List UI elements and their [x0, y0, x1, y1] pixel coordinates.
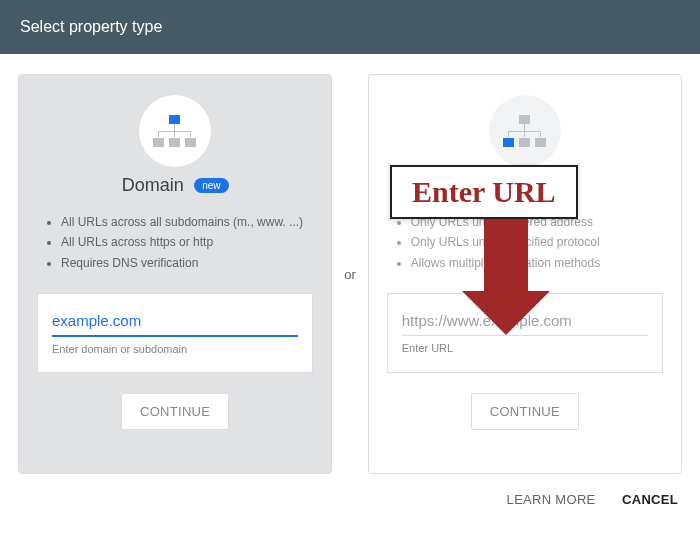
url-prefix-input-hint: Enter URL [402, 342, 648, 354]
dialog-footer: LEARN MORE CANCEL [0, 482, 700, 508]
cancel-button[interactable]: CANCEL [622, 492, 678, 507]
list-item: Allows multiple verification methods [411, 253, 663, 273]
domain-input-container: Enter domain or subdomain [37, 293, 313, 373]
annotation-callout: Enter URL [390, 165, 578, 219]
url-prefix-continue-button[interactable]: CONTINUE [471, 393, 579, 430]
sitemap-icon [489, 95, 561, 167]
new-badge: new [194, 178, 228, 193]
dialog-content: Domain new All URLs across all subdomain… [0, 54, 700, 482]
list-item: All URLs across all subdomains (m., www.… [61, 212, 313, 232]
list-item: Requires DNS verification [61, 253, 313, 273]
dialog-header: Select property type [0, 0, 700, 54]
dialog-title: Select property type [20, 18, 162, 35]
domain-card-title: Domain [122, 175, 184, 196]
annotation-label: Enter URL [390, 165, 578, 219]
list-item: All URLs across https or http [61, 232, 313, 252]
sitemap-icon [139, 95, 211, 167]
domain-input[interactable] [52, 308, 298, 337]
domain-feature-list: All URLs across all subdomains (m., www.… [37, 212, 313, 273]
domain-continue-button[interactable]: CONTINUE [121, 393, 229, 430]
learn-more-link[interactable]: LEARN MORE [507, 492, 596, 507]
or-divider: or [342, 267, 358, 282]
domain-property-card[interactable]: Domain new All URLs across all subdomain… [18, 74, 332, 474]
domain-input-hint: Enter domain or subdomain [52, 343, 298, 355]
list-item: Only URLs under specified protocol [411, 232, 663, 252]
